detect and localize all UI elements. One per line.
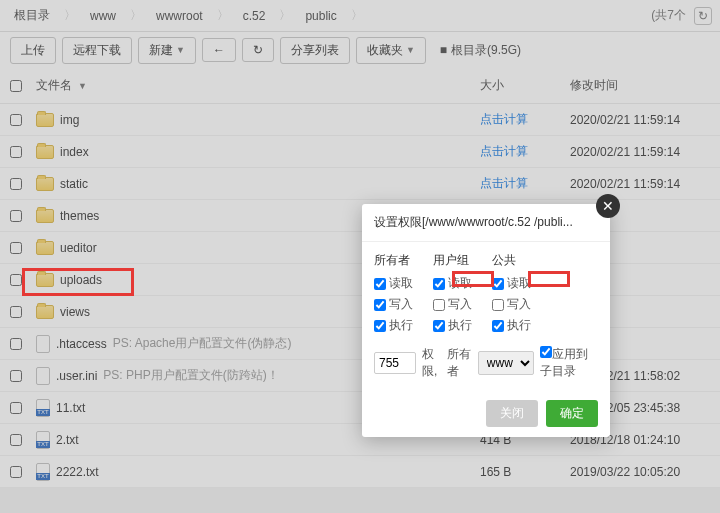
group-read-checkbox[interactable] <box>433 278 445 290</box>
ok-button[interactable]: 确定 <box>546 400 598 427</box>
perm-owner-col: 所有者 读取 写入 执行 <box>374 252 413 334</box>
perm-label: 权限, <box>422 346 441 380</box>
group-write-checkbox[interactable] <box>433 299 445 311</box>
owner-exec-checkbox[interactable] <box>374 320 386 332</box>
perm-group-label: 用户组 <box>433 252 472 269</box>
dialog-title: 设置权限[/www/wwwroot/c.52 /publi... <box>362 204 610 242</box>
perm-public-label: 公共 <box>492 252 531 269</box>
public-write-checkbox[interactable] <box>492 299 504 311</box>
public-exec-checkbox[interactable] <box>492 320 504 332</box>
close-icon[interactable]: ✕ <box>596 194 620 218</box>
owner-select[interactable]: www <box>478 351 534 375</box>
group-exec-checkbox[interactable] <box>433 320 445 332</box>
modal-mask <box>0 0 720 513</box>
perm-public-col: 公共 读取 写入 执行 <box>492 252 531 334</box>
apply-subdirs-checkbox[interactable] <box>540 346 552 358</box>
perm-owner-label: 所有者 <box>374 252 413 269</box>
permission-dialog: ✕ 设置权限[/www/wwwroot/c.52 /publi... 所有者 读… <box>362 204 610 437</box>
close-button[interactable]: 关闭 <box>486 400 538 427</box>
owner-write-checkbox[interactable] <box>374 299 386 311</box>
permission-input[interactable] <box>374 352 416 374</box>
owner-read-checkbox[interactable] <box>374 278 386 290</box>
owner-label: 所有者 <box>447 346 472 380</box>
public-read-checkbox[interactable] <box>492 278 504 290</box>
perm-group-col: 用户组 读取 写入 执行 <box>433 252 472 334</box>
